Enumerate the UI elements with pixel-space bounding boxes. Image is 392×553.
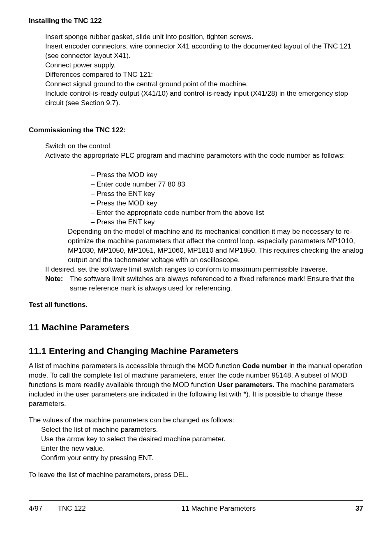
note-block: Note: The software limit switches are al… xyxy=(45,274,363,293)
footer-page-number: 37 xyxy=(339,504,363,514)
footer-left: 4/97 TNC 122 xyxy=(29,504,99,514)
installing-line: Insert encoder connectors, wire connecto… xyxy=(45,42,363,61)
heading-section-11: 11 Machine Parameters xyxy=(29,321,363,334)
step-line: – Enter code number 77 80 83 xyxy=(97,180,363,189)
footer-center: 11 Machine Parameters xyxy=(99,504,339,514)
note-label: Note: xyxy=(45,274,70,293)
change-steps-block: Select the list of machine parameters. U… xyxy=(41,425,363,463)
section-11-1-paragraph: A list of machine parameters is accessib… xyxy=(29,362,363,409)
bold-user-parameters: User parameters. xyxy=(217,381,274,389)
section-11-1-paragraph: The values of the machine parameters can… xyxy=(29,416,363,425)
installing-line: Connect signal ground to the central gro… xyxy=(45,80,363,89)
change-step-line: Select the list of machine parameters. xyxy=(41,425,363,435)
section-11-1-paragraph: To leave the list of machine parameters,… xyxy=(29,470,363,480)
step-line: – Press the ENT key xyxy=(97,189,363,199)
commissioning-line: Activate the appropriate PLC program and… xyxy=(45,151,363,161)
heading-section-11-1: 11.1 Entering and Changing Machine Param… xyxy=(29,345,363,357)
heading-installing: Installing the TNC 122 xyxy=(29,16,363,26)
page-footer: 4/97 TNC 122 11 Machine Parameters 37 xyxy=(29,500,363,514)
heading-commissioning: Commissioning the TNC 122: xyxy=(29,126,363,135)
installing-line: Differences compared to TNC 121: xyxy=(45,70,363,80)
step-line: – Press the MOD key xyxy=(97,199,363,208)
note-text: The software limit switches are always r… xyxy=(70,274,363,293)
step-line: – Press the ENT key xyxy=(97,218,363,227)
installing-line: Include control-is-ready output (X41/10)… xyxy=(45,89,363,108)
commissioning-paragraph: If desired, set the software limit switc… xyxy=(45,265,363,274)
text-fragment: A list of machine parameters is accessib… xyxy=(29,362,242,370)
steps-block: – Press the MOD key – Enter code number … xyxy=(29,171,363,227)
change-step-line: Use the arrow key to select the desired … xyxy=(41,435,363,444)
step-line: – Enter the appropriate code number from… xyxy=(97,208,363,218)
change-step-line: Enter the new value. xyxy=(41,444,363,454)
commissioning-line: Switch on the control. xyxy=(45,142,363,151)
installing-line: Insert sponge rubber gasket, slide unit … xyxy=(45,32,363,42)
commissioning-block: Switch on the control. Activate the appr… xyxy=(45,142,363,161)
commissioning-paragraph: Depending on the model of machine and it… xyxy=(68,227,363,265)
bold-code-number: Code number xyxy=(242,362,288,370)
installing-block: Insert sponge rubber gasket, slide unit … xyxy=(45,32,363,108)
change-step-line: Confirm your entry by pressing ENT. xyxy=(41,454,363,463)
heading-test: Test all functions. xyxy=(29,300,363,310)
step-line: – Press the MOD key xyxy=(97,171,363,180)
installing-line: Connect power supply. xyxy=(45,61,363,70)
